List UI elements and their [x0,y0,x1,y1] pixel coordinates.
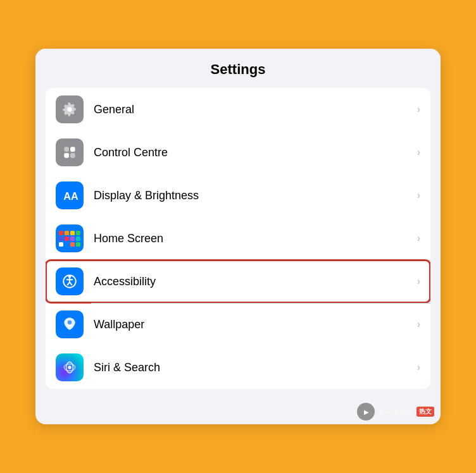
svg-rect-3 [70,153,75,158]
general-icon [56,95,84,123]
watermark-site: Ayxhk.com [379,408,413,415]
svg-line-10 [70,282,72,285]
accessibility-label: Accessibility [94,275,417,288]
settings-list: General › Control Centre › [46,88,430,389]
wallpaper-chevron: › [417,319,420,330]
svg-point-11 [68,321,72,325]
siri-chevron: › [417,362,420,373]
settings-item-siri[interactable]: Siri & Search › [46,346,430,389]
home-screen-chevron: › [417,233,420,244]
settings-item-accessibility[interactable]: Accessibility › [46,260,430,303]
watermark-bar: ▶ Ayxhk.com 热文 [35,399,441,424]
settings-item-home-screen[interactable]: Home Screen › [46,217,430,260]
wallpaper-icon [56,310,84,338]
control-centre-label: Control Centre [94,146,417,159]
settings-item-display[interactable]: AA Display & Brightness › [46,174,430,217]
control-centre-chevron: › [417,147,420,158]
wallpaper-label: Wallpaper [94,318,417,331]
siri-icon [56,353,84,381]
svg-rect-0 [64,147,69,152]
home-screen-label: Home Screen [94,232,417,245]
play-button[interactable]: ▶ [357,403,375,421]
control-centre-icon [56,138,84,166]
settings-item-general[interactable]: General › [46,88,430,131]
svg-rect-1 [70,147,75,152]
page-title: Settings [35,49,441,88]
general-label: General [94,103,417,116]
display-chevron: › [417,190,420,201]
settings-item-wallpaper[interactable]: Wallpaper › [46,303,430,346]
svg-rect-2 [64,153,69,158]
siri-label: Siri & Search [94,361,417,374]
svg-point-14 [68,366,71,369]
home-grid [59,231,80,247]
display-label: Display & Brightness [94,189,417,202]
svg-text:AA: AA [63,190,78,202]
display-icon: AA [56,181,84,209]
settings-card: Settings General › [35,49,441,424]
home-screen-icon [56,224,84,252]
accessibility-chevron: › [417,276,420,287]
general-chevron: › [417,104,420,115]
watermark-badge: 热文 [416,407,434,417]
accessibility-icon [56,267,84,295]
settings-item-control-centre[interactable]: Control Centre › [46,131,430,174]
